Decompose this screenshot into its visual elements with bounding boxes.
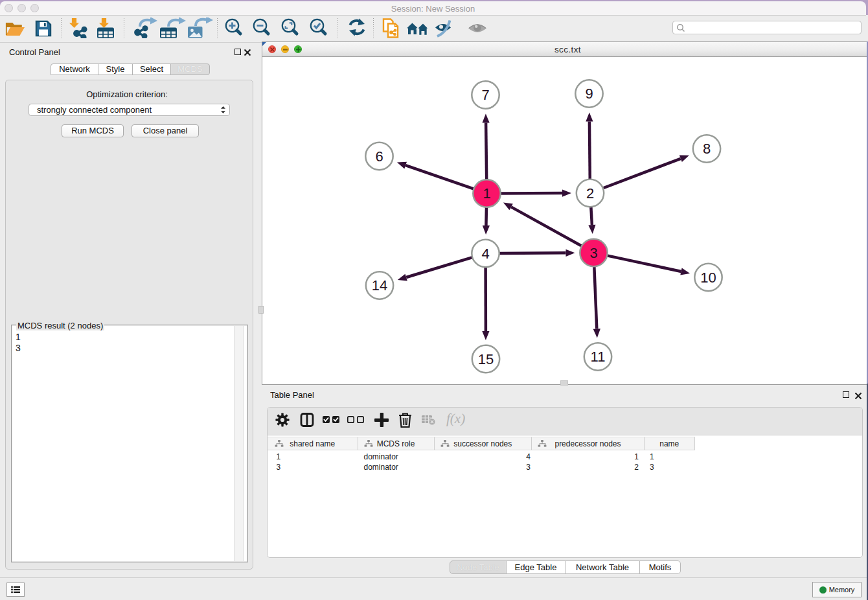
svg-text:14: 14	[372, 277, 387, 294]
svg-text:4: 4	[481, 246, 489, 262]
svg-text:1: 1	[483, 185, 490, 202]
svg-text:6: 6	[375, 148, 383, 165]
svg-text:9: 9	[585, 86, 593, 102]
svg-text:8: 8	[703, 141, 711, 157]
svg-text:15: 15	[478, 351, 494, 367]
svg-text:2: 2	[586, 185, 594, 202]
svg-text:10: 10	[700, 270, 716, 286]
svg-text:3: 3	[589, 245, 597, 261]
svg-text:11: 11	[591, 349, 606, 365]
svg-text:7: 7	[481, 87, 489, 103]
